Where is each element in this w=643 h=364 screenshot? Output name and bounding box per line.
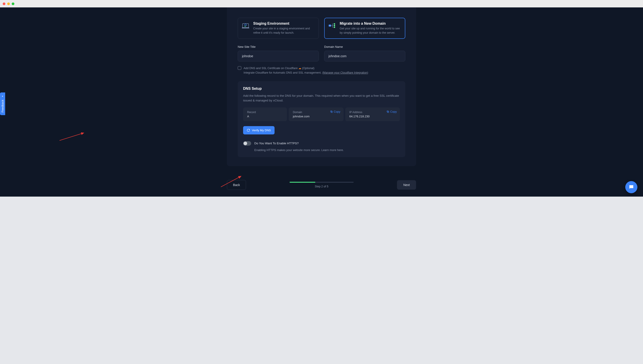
dns-domain-cell: Copy Domain johndoe.com <box>289 108 343 121</box>
progress-fill <box>290 182 315 183</box>
laptop-gear-icon <box>242 22 250 30</box>
svg-line-13 <box>60 133 84 140</box>
dns-desc: Add the following record to the DNS for … <box>243 93 400 103</box>
site-title-label: New Site Title <box>238 45 319 48</box>
window-minimize-icon[interactable] <box>7 2 10 5</box>
dns-setup-box: DNS Setup Add the following record to th… <box>238 81 405 157</box>
staging-environment-card[interactable]: Staging Environment Create your site in … <box>238 18 319 39</box>
svg-point-4 <box>329 25 330 26</box>
cloudflare-option-text: Add DNS and SSL Certificate on Cloudflar… <box>244 66 368 75</box>
copy-domain-button[interactable]: Copy <box>330 110 340 113</box>
https-desc: Enabling HTTPS makes your website more s… <box>254 148 400 152</box>
svg-rect-3 <box>329 25 331 27</box>
back-button[interactable]: Back <box>227 180 246 190</box>
staging-desc: Create your site in a staging environmen… <box>253 26 315 35</box>
step-text: Step 2 of 5 <box>315 185 328 188</box>
progress-indicator: Step 2 of 5 <box>246 182 397 188</box>
migrate-title: Migrate into a New Domain <box>340 22 401 26</box>
dns-record-cell: Record A <box>243 108 287 121</box>
manage-cloudflare-link[interactable]: Manage your Cloudflare Integration <box>323 71 367 74</box>
next-button[interactable]: Next <box>397 180 416 190</box>
main-panel: Staging Environment Create your site in … <box>227 8 416 166</box>
annotation-arrow <box>60 130 87 141</box>
verify-dns-button[interactable]: Verify My DNS <box>243 126 275 134</box>
migrate-domain-card[interactable]: Migrate into a New Domain Get your site … <box>324 18 405 39</box>
window-close-icon[interactable] <box>3 2 6 5</box>
copy-icon <box>386 110 389 113</box>
svg-point-5 <box>330 25 330 26</box>
site-title-input[interactable] <box>238 51 319 62</box>
sparkle-icon <box>1 95 4 98</box>
svg-rect-6 <box>334 23 335 25</box>
domain-name-label: Domain Name <box>324 45 405 48</box>
https-question: Do You Want To Enable HTTPS? <box>254 142 299 145</box>
window-maximize-icon[interactable] <box>12 2 14 5</box>
cloudflare-checkbox[interactable] <box>238 66 241 70</box>
feedback-label: Feedback <box>1 100 4 112</box>
svg-rect-7 <box>334 25 335 26</box>
https-toggle[interactable] <box>243 141 251 146</box>
chat-icon <box>628 184 634 190</box>
dns-title: DNS Setup <box>243 86 400 91</box>
refresh-icon <box>247 128 250 132</box>
copy-ip-button[interactable]: Copy <box>386 110 397 113</box>
cloudflare-icon: ☁ <box>298 67 301 70</box>
chat-button[interactable] <box>625 181 637 193</box>
window-title-bar <box>0 0 643 8</box>
server-checklist-icon <box>328 22 336 30</box>
svg-rect-8 <box>334 27 335 28</box>
copy-icon <box>330 110 333 113</box>
domain-name-input[interactable] <box>324 51 405 62</box>
dns-ip-cell: Copy IP Address 64.176.218.230 <box>345 108 400 121</box>
staging-title: Staging Environment <box>253 22 315 26</box>
migrate-desc: Get your site up and running for the wor… <box>340 26 401 35</box>
feedback-tab[interactable]: Feedback <box>0 92 5 115</box>
svg-rect-1 <box>242 28 249 28</box>
